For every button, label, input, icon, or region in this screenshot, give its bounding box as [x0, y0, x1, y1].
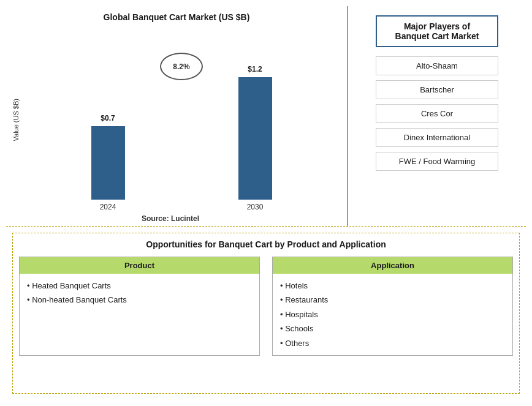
players-title: Major Players of Banquet Cart Market	[376, 15, 498, 47]
bars-container: 8.2% $0.7 2024 $1.2 2030	[22, 28, 341, 211]
application-item-4: Others	[280, 336, 505, 350]
main-container: Global Banquet Cart Market (US $B) Value…	[0, 0, 532, 406]
top-section: Global Banquet Cart Market (US $B) Value…	[6, 6, 526, 227]
opportunities-outer: Opportunities for Banquet Cart by Produc…	[12, 233, 520, 394]
cagr-bubble: 8.2%	[160, 53, 203, 80]
bar-label-2030: 2030	[247, 203, 264, 211]
player-item-3: Dinex International	[376, 128, 498, 147]
product-column: Product Heated Banquet Carts Non-heated …	[19, 257, 260, 356]
chart-inner: 8.2% $0.7 2024 $1.2 2030	[22, 28, 341, 211]
players-section: Major Players of Banquet Cart Market Alt…	[348, 6, 526, 226]
chart-section: Global Banquet Cart Market (US $B) Value…	[6, 6, 348, 226]
bar-label-2024: 2024	[100, 203, 116, 211]
bar-group-2024: $0.7 2024	[91, 126, 125, 211]
player-item-1: Bartscher	[376, 80, 498, 99]
opportunities-body: Product Heated Banquet Carts Non-heated …	[19, 257, 513, 356]
application-item-3: Schools	[280, 321, 505, 336]
bottom-section: Opportunities for Banquet Cart by Produc…	[6, 227, 526, 400]
player-item-0: Alto-Shaam	[376, 56, 498, 75]
y-axis-label: Value (US $B)	[12, 99, 20, 141]
player-item-2: Cres Cor	[376, 104, 498, 123]
application-header: Application	[273, 257, 512, 274]
application-item-0: Hotels	[280, 279, 505, 293]
product-item-1: Non-heated Banquet Carts	[27, 293, 252, 307]
application-item-2: Hospitals	[280, 307, 505, 321]
chart-area: Value (US $B) 8.2% $0.7 2024 $1	[12, 28, 341, 211]
source-text: Source: Lucintel	[142, 211, 211, 226]
bar-value-2030: $1.2	[248, 65, 262, 73]
application-body: Hotels Restaurants Hospitals Schools Oth…	[273, 274, 512, 355]
cagr-value: 8.2%	[173, 62, 189, 71]
product-item-0: Heated Banquet Carts	[27, 279, 252, 293]
chart-title: Global Banquet Cart Market (US $B)	[104, 12, 250, 22]
opportunities-title: Opportunities for Banquet Cart by Produc…	[19, 239, 513, 249]
product-body: Heated Banquet Carts Non-heated Banquet …	[20, 274, 259, 312]
application-item-1: Restaurants	[280, 293, 505, 307]
product-header: Product	[20, 257, 259, 274]
bar-2030	[238, 77, 272, 200]
bar-2024	[91, 126, 125, 200]
bar-value-2024: $0.7	[101, 114, 115, 122]
application-column: Application Hotels Restaurants Hospitals…	[272, 257, 513, 356]
bar-group-2030: $1.2 2030	[238, 77, 272, 211]
player-item-4: FWE / Food Warming	[376, 152, 498, 171]
